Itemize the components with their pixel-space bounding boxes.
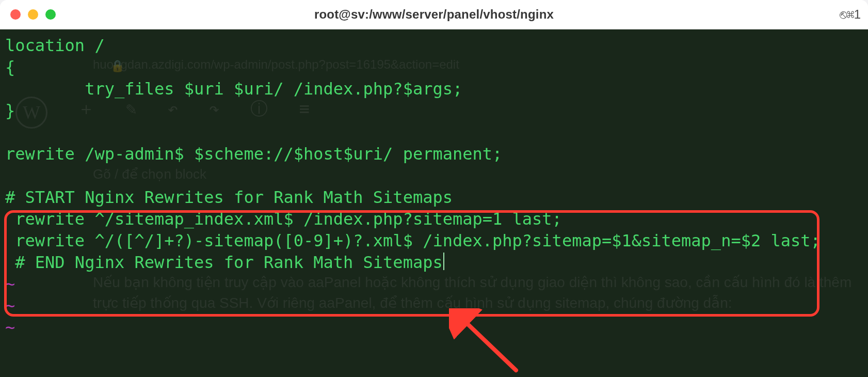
keyboard-shortcut-indicator: ⎋⌘1 (840, 7, 861, 22)
minimize-button[interactable] (28, 9, 38, 20)
terminal-body[interactable]: 🔒 huongdan.azdigi.com/wp-admin/post.php?… (0, 29, 868, 377)
terminal-text[interactable]: location / { try_files $uri $uri/ /index… (5, 35, 863, 338)
window-controls (10, 9, 56, 20)
window-title: root@sv:/www/server/panel/vhost/nginx (0, 7, 868, 22)
close-button[interactable] (10, 9, 21, 20)
terminal-window: root@sv:/www/server/panel/vhost/nginx ⎋⌘… (0, 0, 868, 377)
zoom-button[interactable] (45, 9, 56, 20)
title-bar: root@sv:/www/server/panel/vhost/nginx ⎋⌘… (0, 0, 868, 29)
